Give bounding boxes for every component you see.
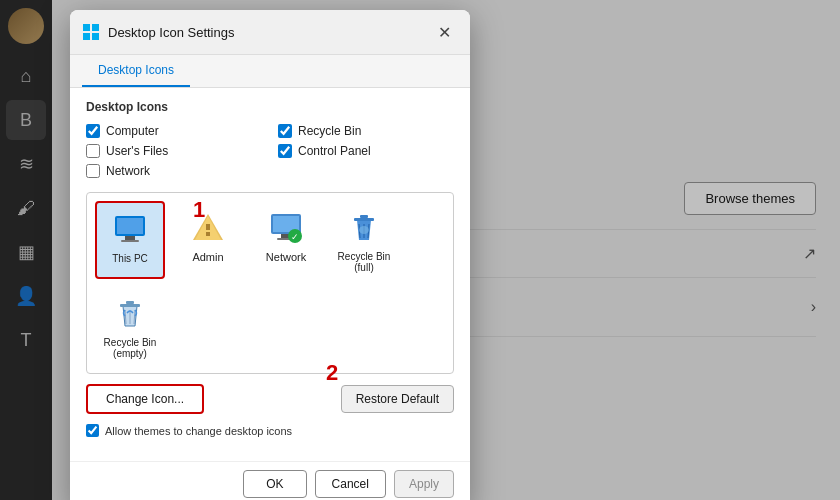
svg-rect-7 <box>121 240 139 242</box>
windows-icon <box>82 23 100 41</box>
checkbox-control-panel[interactable]: Control Panel <box>278 144 454 158</box>
checkbox-computer[interactable]: Computer <box>86 124 262 138</box>
checkbox-computer-input[interactable] <box>86 124 100 138</box>
allow-themes-label: Allow themes to change desktop icons <box>105 425 292 437</box>
svg-rect-1 <box>92 24 99 31</box>
icon-item-admin[interactable]: Admin <box>173 201 243 279</box>
network-icon: ✓ <box>266 207 306 247</box>
svg-rect-21 <box>120 304 140 307</box>
svg-rect-5 <box>117 218 143 234</box>
action-buttons: 2 Change Icon... Restore Default <box>86 384 454 414</box>
restore-default-button[interactable]: Restore Default <box>341 385 454 413</box>
checkbox-network[interactable]: Network <box>86 164 262 178</box>
recycle-bin-full-icon <box>344 207 384 247</box>
checkbox-users-files[interactable]: User's Files <box>86 144 262 158</box>
svg-rect-2 <box>83 33 90 40</box>
allow-themes-checkbox[interactable] <box>86 424 99 437</box>
svg-rect-18 <box>354 218 374 221</box>
svg-rect-11 <box>206 224 210 230</box>
svg-rect-10 <box>206 232 210 236</box>
desktop-icon-settings-dialog: Desktop Icon Settings ✕ Desktop Icons De… <box>70 10 470 500</box>
dialog-footer: OK Cancel Apply <box>70 461 470 500</box>
svg-rect-22 <box>126 301 134 304</box>
section-title: Desktop Icons <box>86 100 454 114</box>
checkbox-control-panel-input[interactable] <box>278 144 292 158</box>
ok-button[interactable]: OK <box>243 470 306 498</box>
svg-text:✓: ✓ <box>291 232 299 242</box>
checkbox-recycle-bin-input[interactable] <box>278 124 292 138</box>
step-2-label: 2 <box>326 360 338 386</box>
change-icon-button[interactable]: Change Icon... <box>86 384 204 414</box>
icons-grid: This PC Admin <box>95 201 445 365</box>
icon-item-network[interactable]: ✓ Network <box>251 201 321 279</box>
cancel-button[interactable]: Cancel <box>315 470 386 498</box>
dialog-title: Desktop Icon Settings <box>108 25 422 40</box>
this-pc-icon <box>110 209 150 249</box>
icon-item-recycle-empty[interactable]: Recycle Bin (empty) <box>95 287 165 365</box>
dialog-overlay: Desktop Icon Settings ✕ Desktop Icons De… <box>0 0 840 500</box>
allow-themes-checkbox-row[interactable]: Allow themes to change desktop icons <box>86 424 454 437</box>
tab-desktop-icons[interactable]: Desktop Icons <box>82 55 190 87</box>
icons-grid-container: This PC Admin <box>86 192 454 374</box>
recycle-bin-empty-icon <box>110 293 150 333</box>
icon-item-recycle-full[interactable]: Recycle Bin (full) <box>329 201 399 279</box>
dialog-body: Desktop Icons Computer Recycle Bin User'… <box>70 88 470 461</box>
checkbox-users-files-input[interactable] <box>86 144 100 158</box>
icon-item-this-pc[interactable]: This PC <box>95 201 165 279</box>
svg-point-20 <box>359 226 369 234</box>
apply-button[interactable]: Apply <box>394 470 454 498</box>
dialog-close-button[interactable]: ✕ <box>430 18 458 46</box>
checkbox-network-input[interactable] <box>86 164 100 178</box>
dialog-tabs: Desktop Icons <box>70 55 470 88</box>
svg-rect-3 <box>92 33 99 40</box>
checkboxes-grid: Computer Recycle Bin User's Files Contro… <box>86 124 454 178</box>
svg-rect-0 <box>83 24 90 31</box>
svg-rect-19 <box>360 215 368 218</box>
checkbox-recycle-bin[interactable]: Recycle Bin <box>278 124 454 138</box>
svg-rect-6 <box>125 236 135 240</box>
step-1-label: 1 <box>193 197 205 223</box>
dialog-titlebar: Desktop Icon Settings ✕ <box>70 10 470 55</box>
